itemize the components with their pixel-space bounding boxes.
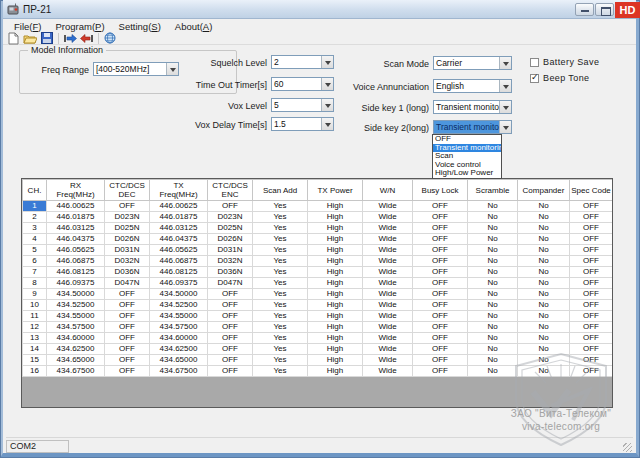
- data-cell[interactable]: High: [308, 245, 363, 256]
- channel-cell[interactable]: 10: [23, 300, 47, 311]
- data-cell[interactable]: OFF: [208, 322, 253, 333]
- data-cell[interactable]: OFF: [570, 245, 613, 256]
- data-cell[interactable]: 434.52500: [150, 300, 208, 311]
- voice-annunciation-combo[interactable]: English: [433, 79, 512, 93]
- data-cell[interactable]: 434.62500: [150, 344, 208, 355]
- data-cell[interactable]: OFF: [208, 289, 253, 300]
- data-cell[interactable]: 434.67500: [47, 366, 105, 377]
- data-cell[interactable]: No: [468, 256, 518, 267]
- data-cell[interactable]: 446.05625: [47, 245, 105, 256]
- data-cell[interactable]: High: [308, 366, 363, 377]
- data-cell[interactable]: OFF: [570, 366, 613, 377]
- data-cell[interactable]: Yes: [253, 355, 308, 366]
- dropdown-option[interactable]: High/Low Power: [433, 169, 501, 178]
- data-cell[interactable]: OFF: [208, 300, 253, 311]
- data-cell[interactable]: 434.67500: [150, 366, 208, 377]
- data-cell[interactable]: OFF: [208, 355, 253, 366]
- data-cell[interactable]: OFF: [105, 355, 150, 366]
- data-cell[interactable]: High: [308, 289, 363, 300]
- data-cell[interactable]: OFF: [105, 201, 150, 212]
- squelch-level-combo[interactable]: 2: [271, 55, 334, 69]
- data-cell[interactable]: 446.09375: [150, 278, 208, 289]
- data-cell[interactable]: No: [518, 212, 570, 223]
- data-cell[interactable]: OFF: [105, 366, 150, 377]
- data-cell[interactable]: No: [468, 300, 518, 311]
- data-cell[interactable]: Wide: [363, 267, 413, 278]
- data-cell[interactable]: Yes: [253, 300, 308, 311]
- channel-cell[interactable]: 7: [23, 267, 47, 278]
- data-cell[interactable]: Wide: [363, 311, 413, 322]
- beep-tone-checkbox[interactable]: Beep Tone: [530, 73, 589, 83]
- data-cell[interactable]: High: [308, 212, 363, 223]
- data-cell[interactable]: High: [308, 355, 363, 366]
- write-to-radio-icon[interactable]: [63, 32, 77, 45]
- data-cell[interactable]: 446.06875: [150, 256, 208, 267]
- data-cell[interactable]: 434.57500: [47, 322, 105, 333]
- data-cell[interactable]: High: [308, 300, 363, 311]
- data-cell[interactable]: Wide: [363, 344, 413, 355]
- data-cell[interactable]: Wide: [363, 355, 413, 366]
- data-cell[interactable]: Yes: [253, 366, 308, 377]
- data-cell[interactable]: No: [518, 355, 570, 366]
- channel-cell[interactable]: 15: [23, 355, 47, 366]
- data-cell[interactable]: OFF: [105, 333, 150, 344]
- channel-cell[interactable]: 12: [23, 322, 47, 333]
- data-cell[interactable]: No: [468, 366, 518, 377]
- data-cell[interactable]: D025N: [105, 223, 150, 234]
- channel-cell[interactable]: 6: [23, 256, 47, 267]
- data-cell[interactable]: No: [468, 311, 518, 322]
- data-cell[interactable]: Yes: [253, 322, 308, 333]
- menu-a[interactable]: About(A): [168, 21, 220, 32]
- data-cell[interactable]: D032N: [105, 256, 150, 267]
- data-cell[interactable]: OFF: [570, 256, 613, 267]
- data-cell[interactable]: No: [468, 278, 518, 289]
- data-cell[interactable]: Wide: [363, 212, 413, 223]
- data-cell[interactable]: 446.06875: [47, 256, 105, 267]
- menu-f[interactable]: File(F): [7, 21, 48, 32]
- data-cell[interactable]: OFF: [208, 333, 253, 344]
- channel-cell[interactable]: 14: [23, 344, 47, 355]
- data-cell[interactable]: Yes: [253, 212, 308, 223]
- data-cell[interactable]: D026N: [208, 234, 253, 245]
- data-cell[interactable]: OFF: [570, 344, 613, 355]
- data-cell[interactable]: OFF: [208, 201, 253, 212]
- globe-icon[interactable]: [103, 32, 117, 45]
- data-cell[interactable]: OFF: [413, 311, 468, 322]
- side-key-1-long-combo[interactable]: Transient monitoring: [433, 100, 512, 114]
- data-cell[interactable]: Wide: [363, 234, 413, 245]
- channel-cell[interactable]: 2: [23, 212, 47, 223]
- data-cell[interactable]: D032N: [208, 256, 253, 267]
- channel-cell[interactable]: 4: [23, 234, 47, 245]
- data-cell[interactable]: D031N: [105, 245, 150, 256]
- data-cell[interactable]: Yes: [253, 256, 308, 267]
- data-cell[interactable]: OFF: [105, 289, 150, 300]
- data-cell[interactable]: High: [308, 267, 363, 278]
- data-cell[interactable]: OFF: [413, 278, 468, 289]
- data-cell[interactable]: No: [468, 344, 518, 355]
- side-key-2-long-combo[interactable]: Transient monitoring: [433, 120, 512, 134]
- data-cell[interactable]: OFF: [570, 333, 613, 344]
- beep-tone-box[interactable]: [530, 74, 539, 83]
- channel-cell[interactable]: 13: [23, 333, 47, 344]
- time-out-timer-combo[interactable]: 60: [271, 77, 334, 91]
- data-cell[interactable]: High: [308, 223, 363, 234]
- data-cell[interactable]: Wide: [363, 256, 413, 267]
- data-cell[interactable]: D026N: [105, 234, 150, 245]
- data-cell[interactable]: 434.62500: [47, 344, 105, 355]
- menu-p[interactable]: Program(P): [48, 21, 111, 32]
- chevron-down-icon[interactable]: [499, 101, 511, 113]
- data-cell[interactable]: OFF: [570, 201, 613, 212]
- data-cell[interactable]: No: [518, 300, 570, 311]
- data-cell[interactable]: 446.00625: [150, 201, 208, 212]
- data-cell[interactable]: No: [468, 234, 518, 245]
- data-cell[interactable]: Yes: [253, 234, 308, 245]
- data-cell[interactable]: 446.08125: [150, 267, 208, 278]
- chevron-down-icon[interactable]: [321, 56, 333, 68]
- data-cell[interactable]: OFF: [413, 344, 468, 355]
- data-cell[interactable]: OFF: [105, 344, 150, 355]
- data-cell[interactable]: 434.65000: [150, 355, 208, 366]
- data-cell[interactable]: Yes: [253, 245, 308, 256]
- data-cell[interactable]: No: [518, 256, 570, 267]
- data-cell[interactable]: No: [518, 278, 570, 289]
- data-cell[interactable]: No: [518, 333, 570, 344]
